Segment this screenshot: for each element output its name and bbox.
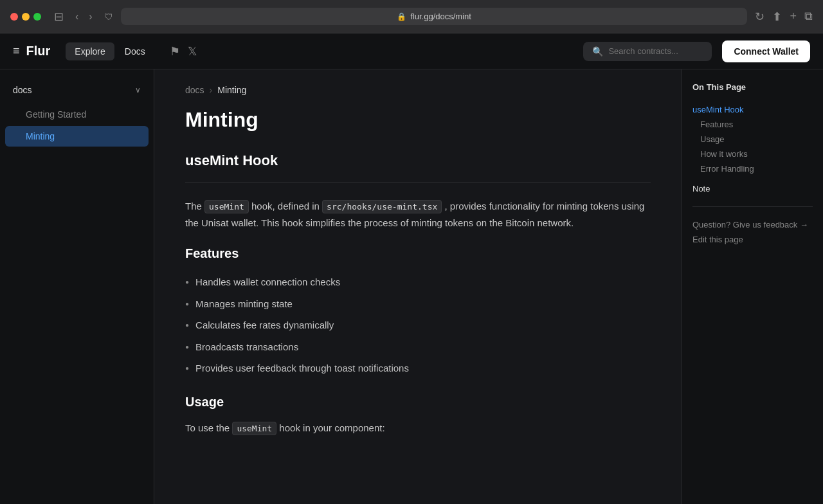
toc-link-usemint[interactable]: useMint Hook [692, 102, 813, 117]
usage-heading: Usage [185, 395, 651, 410]
feature-text-1: Manages minting state [195, 296, 293, 312]
features-heading: Features [185, 246, 651, 261]
breadcrumb-root[interactable]: docs [185, 85, 204, 95]
breadcrumb-separator: › [210, 85, 213, 95]
refresh-icon[interactable]: ↻ [755, 10, 764, 24]
content-area: docs › Minting Minting useMint Hook The … [154, 69, 682, 504]
toc-link-error-handling[interactable]: Error Handling [692, 161, 813, 176]
docs-tab[interactable]: Docs [116, 42, 154, 60]
header-icons: ⚑ 𝕏 [170, 44, 197, 59]
breadcrumb: docs › Minting [185, 85, 651, 95]
inline-code-usemint-2: useMint [232, 422, 276, 435]
list-item: ● Calculates fee rates dynamically [185, 314, 651, 336]
features-list: ● Handles wallet connection checks ● Man… [185, 271, 651, 379]
sidebar-section-label: docs [13, 85, 32, 95]
list-item: ● Handles wallet connection checks [185, 271, 651, 293]
list-item: ● Provides user feedback through toast n… [185, 357, 651, 379]
logo-text: Flur [26, 44, 51, 59]
feature-text-3: Broadcasts transactions [195, 339, 298, 356]
sidebar-toggle-icon[interactable]: ⊟ [54, 10, 64, 24]
feature-text-4: Provides user feedback through toast not… [195, 360, 409, 377]
nav-tabs: Explore Docs [66, 42, 154, 60]
close-button[interactable] [10, 13, 18, 21]
toc-title: On This Page [692, 82, 813, 92]
toc-divider [692, 206, 813, 207]
url-text: flur.gg/docs/mint [410, 12, 471, 21]
search-icon: 🔍 [592, 46, 603, 57]
toc-link-how-it-works[interactable]: How it works [692, 147, 813, 161]
url-bar[interactable]: 🔒 flur.gg/docs/mint [121, 8, 748, 25]
usage-post: hook in your component: [279, 422, 384, 433]
sidebar-items: Getting Started Minting [0, 100, 154, 150]
bullet-icon: ● [185, 341, 189, 352]
maximize-button[interactable] [33, 13, 41, 21]
back-button[interactable]: ‹ [71, 10, 82, 24]
bullet-icon: ● [185, 363, 189, 374]
sidebar-item-minting[interactable]: Minting [5, 126, 149, 147]
new-tab-icon[interactable]: + [790, 10, 797, 24]
share-icon[interactable]: ⬆ [772, 10, 782, 24]
toc-panel: On This Page useMint Hook Features Usage… [682, 69, 823, 504]
section-divider [185, 182, 651, 183]
toc-note-label: Note [692, 176, 813, 196]
breadcrumb-current: Minting [217, 85, 246, 95]
bullet-icon: ● [185, 320, 189, 330]
hamburger-icon[interactable]: ≡ [13, 44, 20, 58]
description-paragraph: The useMint hook, defined in src/hooks/u… [185, 198, 651, 231]
inline-code-filepath: src/hooks/use-mint.tsx [322, 200, 442, 213]
browser-actions: ↻ ⬆ + ⧉ [755, 10, 813, 24]
toc-edit-link[interactable]: Edit this page [692, 232, 813, 247]
bullet-icon: ● [185, 298, 189, 309]
tabs-icon[interactable]: ⧉ [804, 10, 813, 24]
paragraph-pre: The [185, 201, 202, 212]
logo-area: ≡ Flur [13, 44, 50, 59]
forward-button[interactable]: › [85, 10, 96, 24]
sidebar: docs ∨ Getting Started Minting [0, 69, 154, 504]
usage-paragraph: To use the useMint hook in your componen… [185, 420, 651, 437]
bullet-icon: ● [185, 276, 189, 287]
feature-text-2: Calculates fee rates dynamically [195, 317, 334, 334]
nav-arrows: ‹ › [71, 10, 96, 24]
lock-icon: 🔒 [397, 12, 406, 21]
toc-link-features[interactable]: Features [692, 117, 813, 132]
page-title: Minting [185, 108, 651, 132]
browser-chrome: ⊟ ‹ › 🛡 🔒 flur.gg/docs/mint ↻ ⬆ + ⧉ [0, 0, 823, 33]
explore-tab[interactable]: Explore [66, 42, 114, 60]
usage-pre: To use the [185, 422, 230, 433]
list-item: ● Manages minting state [185, 293, 651, 315]
list-item: ● Broadcasts transactions [185, 336, 651, 358]
search-bar[interactable]: 🔍 [583, 42, 712, 61]
toc-link-usage[interactable]: Usage [692, 132, 813, 147]
minimize-button[interactable] [22, 13, 30, 21]
toc-feedback-link[interactable]: Question? Give us feedback → [692, 217, 813, 232]
traffic-lights [10, 13, 41, 21]
paragraph-mid: hook, defined in [251, 201, 322, 212]
main-layout: docs ∨ Getting Started Minting docs › Mi… [0, 69, 823, 504]
sidebar-chevron-icon: ∨ [135, 86, 141, 94]
flag-icon[interactable]: ⚑ [170, 44, 180, 59]
connect-wallet-button[interactable]: Connect Wallet [722, 40, 810, 62]
app-header: ≡ Flur Explore Docs ⚑ 𝕏 🔍 Connect Wallet [0, 33, 823, 69]
sidebar-item-getting-started[interactable]: Getting Started [5, 104, 149, 125]
shield-icon: 🛡 [104, 12, 113, 22]
feature-text-0: Handles wallet connection checks [195, 274, 340, 291]
twitter-icon[interactable]: 𝕏 [188, 44, 197, 59]
search-input[interactable] [608, 46, 698, 56]
sidebar-section-header[interactable]: docs ∨ [0, 80, 154, 100]
inline-code-usemint: useMint [204, 200, 249, 213]
section-heading-usemint: useMint Hook [185, 152, 651, 169]
